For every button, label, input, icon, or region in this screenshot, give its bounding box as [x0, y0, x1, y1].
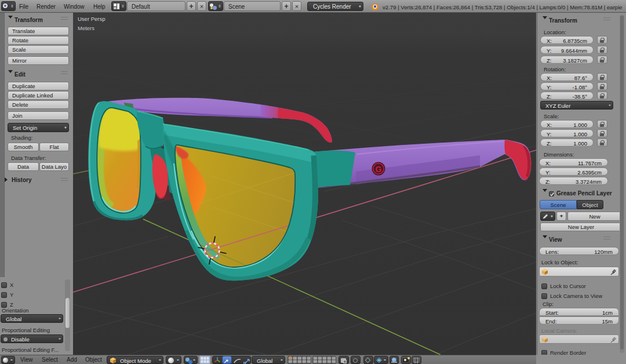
svg-text:G: G [376, 165, 382, 174]
